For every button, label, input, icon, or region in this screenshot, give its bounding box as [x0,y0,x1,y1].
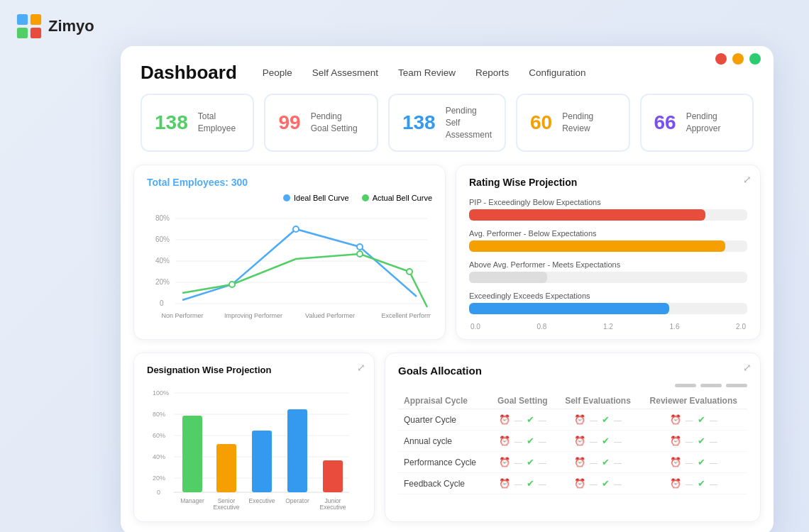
rating-bar-exceeds [469,303,669,314]
logo-text: Zimyo [48,17,94,35]
svg-text:Executive: Executive [249,497,275,504]
stat-number-review: 60 [530,111,552,134]
svg-point-17 [357,251,363,257]
cycle-quarter: Quarter Cycle [398,409,489,431]
svg-rect-0 [17,14,28,25]
svg-text:Executive: Executive [320,504,346,510]
dash-icon: — [514,416,522,424]
bell-chart-total: 300 [231,177,248,188]
dash-icon-2: — [539,416,546,424]
goals-card: ⤢ Goals Allocation Appraisal Cycle Goal … [385,353,761,522]
rating-label-above: Above Avg. Performer - Meets Expectation… [469,260,747,269]
legend-ideal-label: Ideal Bell Curve [294,194,349,202]
rating-row-pip: PIP - Exceedingly Below Expectations [469,198,747,221]
dash-icon: — [590,480,598,488]
rating-row-above: Above Avg. Performer - Meets Expectation… [469,260,747,283]
cycle-performance: Performance Cycle [398,452,489,473]
svg-rect-1 [31,14,41,25]
svg-text:80%: 80% [153,411,165,418]
col-appraisal-cycle: Appraisal Cycle [398,393,489,409]
svg-text:0: 0 [160,299,164,307]
stat-label-approver: PendingApprover [686,111,721,135]
check-icon: ✔ [602,457,610,467]
dash-icon-2: — [614,458,622,467]
rating-row-exceeds: Exceedingly Exceeds Expectations [469,292,747,314]
nav-reports[interactable]: Reports [475,67,509,78]
svg-text:40%: 40% [155,257,170,265]
stat-pending-goal: 99 PendingGoal Setting [264,94,378,152]
dash-icon-2: — [710,437,717,445]
nav-people[interactable]: People [263,67,292,78]
check-icon: ✔ [602,414,610,425]
dash-icon-2: — [614,480,622,488]
dash-icon-2: — [710,416,717,424]
check-icon: ✔ [698,436,705,446]
axis-0: 0.0 [470,323,480,331]
stat-number-goal: 99 [278,111,300,134]
clock-icon: ⏰ [499,457,510,467]
svg-point-14 [293,226,299,232]
self-eval-performance: ⏰ — ✔ — [561,457,634,467]
check-icon: ✔ [602,478,610,489]
rating-label-exceeds: Exceedingly Exceeds Expectations [469,292,747,300]
svg-text:Non Performer: Non Performer [161,312,203,319]
goal-setting-feedback: ⏰ — ✔ — [495,478,550,489]
dash-icon-2: — [539,437,546,445]
svg-rect-35 [182,416,202,492]
rating-label-avg: Avg. Performer - Below Expectations [469,229,747,238]
rating-bar-above [469,272,547,283]
check-icon: ✔ [527,414,534,425]
check-icon: ✔ [527,436,534,446]
designation-chart: ⤢ Designation Wise Projection 100% 80% 6… [133,353,375,522]
stat-label-self: Pending SelfAssessment [446,105,492,140]
nav-configuration[interactable]: Configuration [529,67,585,78]
clock-icon: ⏰ [670,414,681,425]
clock-icon: ⏰ [499,436,510,446]
dash-icon: — [686,458,693,467]
svg-rect-36 [216,444,236,492]
stat-total-employee: 138 TotalEmployee [141,94,254,152]
svg-rect-37 [252,431,272,492]
desig-expand-icon[interactable]: ⤢ [357,362,365,373]
rating-expand-icon[interactable]: ⤢ [743,174,752,185]
svg-text:Operator: Operator [285,497,309,504]
nav-self-assessment[interactable]: Self Assesment [312,67,378,78]
bell-chart-title: Total Employees: 300 [147,177,432,188]
stat-number-total: 138 [155,111,188,134]
dash-icon: — [590,437,598,445]
goal-setting-performance: ⏰ — ✔ — [495,457,550,467]
bell-curve-chart: Total Employees: 300 Ideal Bell Curve Ac… [133,165,446,340]
goals-table: Appraisal Cycle Goal Setting Self Evalua… [398,393,747,494]
stat-pending-approver: 66 PendingApprover [640,94,754,152]
goals-expand-icon[interactable]: ⤢ [743,362,752,373]
stat-label-review: PendingReview [562,111,593,135]
stat-label-goal: PendingGoal Setting [311,111,358,135]
stat-label-total: TotalEmployee [198,111,236,135]
svg-text:60%: 60% [155,235,170,243]
check-icon: ✔ [527,457,534,467]
check-icon: ✔ [602,436,610,446]
dash-icon: — [686,480,693,488]
dash-icon: — [514,480,522,488]
rating-chart: ⤢ Rating Wise Projection PIP - Exceeding… [456,165,761,340]
svg-text:Excellent Performer: Excellent Performer [381,312,431,319]
goal-setting-annual: ⏰ — ✔ — [495,436,550,446]
clock-icon: ⏰ [499,414,510,425]
stat-pending-review: 60 PendingReview [516,94,629,152]
nav-team-review[interactable]: Team Review [398,67,456,78]
dash-icon: — [590,416,598,424]
table-row: Feedback Cycle ⏰ — ✔ — ⏰ [398,473,747,494]
svg-point-15 [357,244,363,250]
rating-axis: 0.0 0.8 1.2 1.6 2.0 [469,323,747,331]
legend-actual: Actual Bell Curve [362,194,432,202]
svg-text:80%: 80% [155,214,170,222]
svg-text:20%: 20% [155,278,170,286]
rating-bar-bg-avg [469,240,747,252]
axis-2: 1.2 [603,323,613,331]
dash-icon: — [686,416,693,424]
check-icon: ✔ [527,478,534,489]
dashboard-header: Dashboard People Self Assesment Team Rev… [121,46,774,94]
desig-bar-svg: 100% 80% 60% 40% 20% 0 [147,382,353,510]
rating-bar-pip [469,209,705,221]
zimyo-logo-icon [16,13,43,40]
